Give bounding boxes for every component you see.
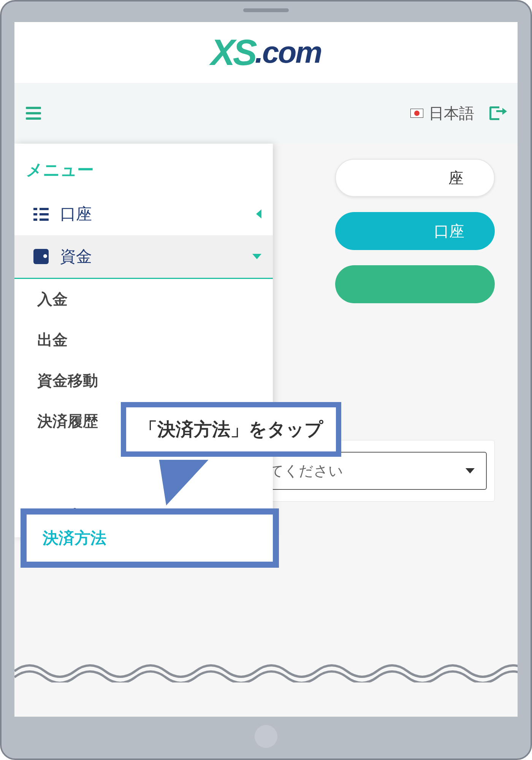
- sidebar-item-label: 口座: [60, 203, 92, 225]
- logo-xs: XS: [211, 32, 255, 73]
- annotation-callout: 「決済方法」をタップ: [121, 402, 341, 457]
- logout-button[interactable]: [489, 105, 506, 122]
- body-area: 座 口座 択してください メニュー: [14, 144, 518, 717]
- device-home-button: [255, 725, 277, 748]
- wallet-icon: [33, 249, 49, 264]
- sub-label: 決済方法: [43, 529, 106, 547]
- annotation-highlight: 決済方法: [21, 508, 279, 568]
- language-switcher[interactable]: 日本語: [410, 103, 474, 124]
- callout-text: 「決済方法」をタップ: [139, 419, 323, 439]
- chevron-left-icon: [256, 209, 261, 218]
- sidebar-item-label: 資金: [60, 246, 92, 267]
- account-pill-2[interactable]: 口座: [335, 212, 495, 250]
- sidebar-title: メニュー: [14, 151, 273, 193]
- action-pill-3[interactable]: [335, 265, 495, 303]
- sidebar-item-account[interactable]: 口座: [14, 193, 273, 235]
- sidebar-sub-payment-method[interactable]: 決済方法: [27, 515, 273, 562]
- screen: XS .com 日本語 座: [14, 22, 518, 717]
- pill-label: 座: [448, 168, 464, 188]
- logo-bar: XS .com: [14, 22, 518, 83]
- topbar: 日本語: [14, 83, 518, 144]
- logo-com: .com: [255, 35, 321, 70]
- device-speaker: [243, 8, 289, 12]
- flag-japan-icon: [410, 109, 423, 118]
- tablet-frame: XS .com 日本語 座: [0, 0, 532, 760]
- page-cut-wave: [14, 660, 518, 682]
- main-pills: 座 口座: [335, 159, 495, 303]
- topbar-right: 日本語: [410, 103, 506, 124]
- list-icon: [33, 206, 49, 222]
- callout-tail: [151, 460, 208, 505]
- sidebar: メニュー 口座 資金 入金 出金 資金移動: [14, 144, 273, 537]
- sidebar-sub-transfer[interactable]: 資金移動: [14, 360, 273, 401]
- sub-label: 出金: [37, 331, 68, 348]
- menu-toggle-button[interactable]: [26, 107, 41, 120]
- sub-label: 資金移動: [37, 372, 98, 389]
- pill-label: 口座: [434, 221, 464, 242]
- sub-label: 入金: [37, 291, 68, 307]
- sidebar-sub-withdraw[interactable]: 出金: [14, 320, 273, 360]
- account-pill-1[interactable]: 座: [335, 159, 495, 197]
- chevron-down-icon: [252, 254, 261, 259]
- language-label: 日本語: [429, 103, 474, 124]
- sidebar-item-funds[interactable]: 資金: [14, 235, 273, 279]
- sidebar-sub-deposit[interactable]: 入金: [14, 279, 273, 320]
- sub-label: 決済履歴: [37, 413, 98, 429]
- caret-down-icon: [466, 468, 475, 473]
